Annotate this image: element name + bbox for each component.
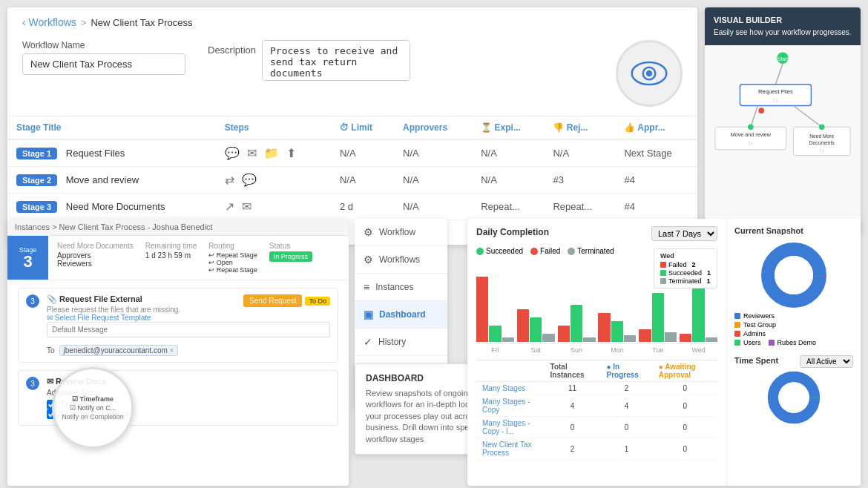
summary-failed-color [660,262,666,268]
workflow-name-field: Workflow Name [22,40,185,75]
step-icon: ⬆ [286,146,296,160]
step-icon: ✉ [247,146,257,160]
instance-panel: Instances > New Client Tax Process - Jos… [7,219,349,486]
bar-failed [680,334,691,342]
sidebar-item-workflows[interactable]: ⚙ Workflows [355,246,447,274]
cell-stage: Stage 1 Request Files [7,139,216,167]
instance-breadcrumb: Instances > New Client Tax Process - Jos… [7,219,349,236]
message-input[interactable] [47,322,330,337]
cell-limit: N/A [331,167,394,194]
vb-approve-dot-2 [819,125,825,131]
wf-total: 2 [545,438,601,460]
svg-text:Request Files: Request Files [758,89,793,96]
preview-button[interactable] [616,40,683,107]
wf-progress: 0 [600,417,652,438]
cell-approvers: N/A [394,139,472,167]
step-icon: 💬 [242,173,257,187]
bar-labels: FriSatSunMonTueWed [476,346,717,354]
donut-center [775,256,813,294]
bar-group [639,293,677,342]
cell-limit: N/A [331,139,394,167]
bar-failed [517,309,529,342]
meta-stage-title: Need More Documents Approvers Reviewers [57,242,134,274]
period-select[interactable]: Last 7 Days [651,226,717,241]
users-label: Users [743,339,761,346]
step-link-1[interactable]: ✉ Select File Request Template [47,314,180,322]
svg-text:Move and review: Move and review [731,132,772,138]
bar-failed [639,329,651,342]
breadcrumb: ‹ Workflows > New Client Tax Process [7,7,697,34]
form-row: Workflow Name Description Process to rec… [7,34,697,116]
description-textarea[interactable]: Process to receive and send tax return d… [262,40,410,81]
visual-builder-panel: VISUAL BUILDER Easily see how your workf… [705,7,861,234]
instances-icon: ≡ [364,281,369,293]
col-approve: 👍 Appr... [615,116,697,140]
instance-header: Stage 3 Need More Documents Approvers Re… [7,236,349,280]
sidebar-item-instances[interactable]: ≡ Instances [355,274,447,301]
col-expiry: ⏳ Expi... [472,116,544,140]
chart-section: Daily Completion Last 7 Days Succeeded F… [467,219,727,486]
chart-controls: Daily Completion Last 7 Days [476,226,717,241]
bar-terminated [583,337,595,342]
workflow-icon: ⚙ [364,226,373,238]
bar-failed [558,326,570,342]
workflow-name-input[interactable] [22,53,185,75]
sidebar-instances-label: Instances [375,282,413,292]
step-item-1: 3 📎 Request File External Please request… [18,288,338,363]
chart-title: Daily Completion [476,227,549,237]
legend-users: Users [734,339,761,346]
time-spent-title: Time Spent [734,356,778,365]
bar-group [517,309,555,342]
bar-group [598,313,636,342]
bar-succeeded [571,305,582,342]
col-limit: ⏱ Limit [331,116,394,140]
bar-succeeded [489,326,501,342]
rubes-label: Rubes Demo [777,339,817,346]
col-approvers: Approvers [394,116,472,140]
send-request-button[interactable]: Send Request [243,294,302,307]
bar-succeeded [652,293,664,342]
wf-total: 11 [545,382,601,395]
breadcrumb-current: New Client Tax Process [91,17,192,28]
current-snapshot-section: Current Snapshot [734,226,853,348]
bar-terminated [624,335,636,342]
meta-routing: Routing ↩ Repeat Stage ↩ Open ↩ Repeat S… [208,242,257,274]
bar-failed [598,313,610,342]
succeeded-label: Succeeded [486,247,523,255]
workflow-summary-table: Total Instances ● In Progress ● Awaiting… [476,360,717,460]
sidebar-item-dashboard[interactable]: ▣ Dashboard [355,301,447,329]
tbl-col-progress: ● In Progress [600,360,652,382]
snapshot-title: Current Snapshot [734,226,853,235]
vb-subtitle: Easily see how your workflow progresses. [714,27,852,38]
bar-day-label: Tue [639,346,677,354]
reviewers-color [734,313,740,319]
sidebar-workflow-label: Workflow [379,227,415,237]
time-spent-select[interactable]: All Active [800,355,853,368]
bar-terminated [706,337,717,342]
testgroup-label: Test Group [743,321,776,329]
rubes-color [769,340,775,346]
cell-reject: N/A [544,139,615,167]
right-section: Current Snapshot [727,219,861,486]
step-icon: 💬 [225,146,240,160]
breadcrumb-separator: > [81,17,87,28]
step-icon: ↗ [225,200,234,214]
remove-email-button[interactable]: × [170,346,174,355]
vb-line-3 [793,106,821,128]
bar-terminated [542,334,554,342]
vb-reject-dot [758,108,764,114]
dashboard-top: Daily Completion Last 7 Days Succeeded F… [467,219,861,486]
tbl-col-total: Total Instances [545,360,601,382]
legend-rubes: Rubes Demo [769,339,817,346]
breadcrumb-back-button[interactable]: ‹ Workflows [22,16,76,28]
stage-number-box: Stage 3 [7,236,48,280]
sidebar-item-workflow[interactable]: ⚙ Workflow [355,219,447,246]
cell-expiry: N/A [472,167,544,194]
terminated-dot [568,248,575,255]
summary-terminated-count: 1 [706,277,710,285]
wf-name: Many Stages [476,382,545,395]
main-workflow-panel: ‹ Workflows > New Client Tax Process Wor… [7,7,697,245]
summary-succeeded-label: Succeeded [668,269,702,277]
bar-group [476,277,514,342]
sidebar-item-history[interactable]: ✓ History [355,329,447,356]
